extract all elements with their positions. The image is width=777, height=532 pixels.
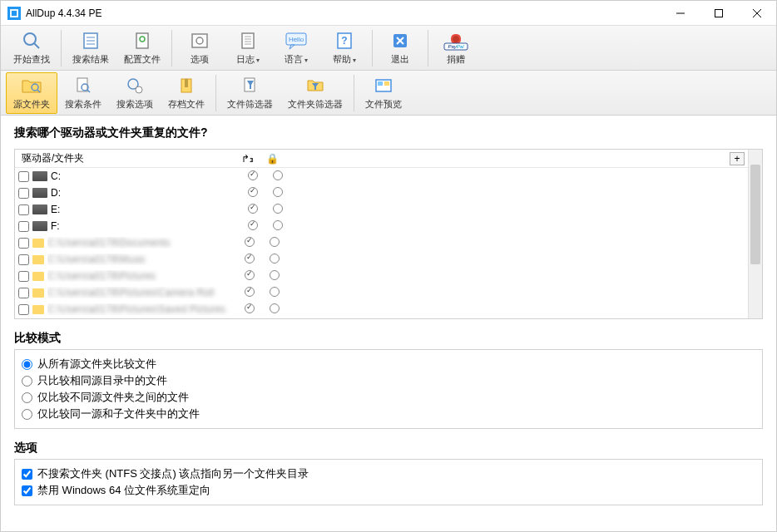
column-header-lock-icon[interactable]: 🔒 [260, 153, 285, 165]
checkbox-input[interactable] [22, 469, 32, 480]
hello-icon: Hello [285, 31, 308, 52]
svg-text:?: ? [341, 35, 347, 47]
row-name: C: [51, 170, 240, 182]
row-radio-1[interactable] [248, 170, 258, 180]
row-radio-1[interactable] [245, 254, 255, 264]
folder-row[interactable]: C:\Users\a0178\Pictures\Camera Roll [15, 284, 748, 301]
svg-line-34 [87, 90, 90, 92]
row-radio-1[interactable] [248, 187, 258, 197]
tab-folder-filter[interactable]: 文件夹筛选器 [280, 72, 350, 114]
folder-icon [32, 239, 44, 248]
exit-icon [390, 31, 410, 52]
tab-search-options[interactable]: 搜索选项 [109, 72, 161, 114]
row-checkbox[interactable] [18, 288, 29, 298]
folder-row[interactable]: C:\Users\a0178\Pictures [15, 268, 748, 284]
main-toolbar: 开始查找 搜索结果 配置文件 选项 日志▾ Hello 语言▾ ? 帮助▾ 退出… [1, 26, 776, 71]
radio-input[interactable] [22, 359, 32, 370]
compare-mode-box: 从所有源文件夹比较文件只比较相同源目录中的文件仅比较不同源文件夹之间的文件仅比较… [14, 349, 763, 429]
column-header-name[interactable]: 驱动器/文件夹 [18, 151, 235, 165]
row-name: E: [51, 204, 240, 215]
help-button[interactable]: ? 帮助▾ [320, 27, 369, 69]
row-radio-1[interactable] [245, 270, 255, 280]
start-search-button[interactable]: 开始查找 [6, 27, 57, 69]
minimize-button[interactable] [661, 1, 700, 26]
tab-search-criteria[interactable]: 搜索条件 [57, 72, 109, 114]
separator [171, 30, 172, 66]
results-icon [81, 31, 101, 52]
titlebar: AllDup 4.4.34 PE [1, 1, 776, 26]
scrollbar-thumb[interactable] [750, 165, 760, 264]
row-checkbox[interactable] [18, 304, 29, 315]
page-heading: 搜索哪个驱动器或文件夹重复的文件? [14, 126, 763, 140]
row-radio-1[interactable] [248, 204, 258, 214]
row-checkbox[interactable] [18, 188, 29, 199]
compare-mode-option[interactable]: 仅比较同一源和子文件夹中的文件 [22, 406, 755, 421]
folder-row[interactable]: D: [15, 185, 748, 201]
row-radio-2[interactable] [270, 270, 280, 280]
search-results-button[interactable]: 搜索结果 [65, 27, 116, 69]
checkbox-input[interactable] [22, 485, 32, 496]
row-name: C:\Users\a0178\Documents [47, 237, 237, 249]
close-button[interactable] [738, 1, 776, 26]
folder-row[interactable]: C:\Users\a0178\Music [15, 251, 748, 268]
row-radio-2[interactable] [273, 187, 283, 197]
row-checkbox[interactable] [18, 171, 29, 182]
row-checkbox[interactable] [18, 204, 29, 215]
folder-table-header: 驱动器/文件夹 ↱₃ 🔒 + [15, 150, 748, 168]
folder-list: C:D:E:F:C:\Users\a0178\DocumentsC:\Users… [15, 168, 748, 318]
svg-point-37 [136, 86, 142, 93]
row-radio-2[interactable] [270, 254, 280, 264]
separator [372, 30, 373, 66]
row-checkbox[interactable] [18, 238, 29, 249]
radio-input[interactable] [22, 376, 32, 387]
row-checkbox[interactable] [18, 254, 29, 265]
log-button[interactable]: 日志▾ [224, 27, 272, 69]
row-radio-1[interactable] [245, 287, 255, 297]
row-radio-2[interactable] [270, 287, 280, 297]
row-radio-2[interactable] [270, 237, 280, 247]
svg-rect-39 [185, 79, 188, 87]
tab-archive-files[interactable]: 存档文件 [161, 72, 212, 114]
folder-row[interactable]: C: [15, 168, 748, 185]
tab-file-preview[interactable]: 文件预览 [358, 72, 409, 114]
row-radio-1[interactable] [248, 220, 258, 230]
row-radio-2[interactable] [273, 220, 283, 230]
option-checkbox-row[interactable]: 禁用 Windows 64 位文件系统重定向 [22, 483, 755, 498]
row-checkbox[interactable] [18, 271, 29, 282]
language-button[interactable]: Hello 语言▾ [272, 27, 320, 69]
row-name: F: [51, 220, 240, 232]
option-checkbox-row[interactable]: 不搜索文件夹 (NTFS 交接点) 该点指向另一个文件夹目录 [22, 466, 755, 481]
vertical-scrollbar[interactable] [748, 150, 762, 318]
folder-icon [32, 272, 44, 281]
exit-button[interactable]: 退出 [376, 27, 424, 69]
compare-mode-option[interactable]: 从所有源文件夹比较文件 [22, 357, 755, 372]
donate-button[interactable]: PayPal 捐赠 [432, 27, 480, 69]
app-icon [7, 7, 21, 20]
tab-file-filter[interactable]: 文件筛选器 [220, 72, 280, 114]
radio-input[interactable] [22, 409, 32, 420]
row-name: C:\Users\a0178\Music [47, 254, 237, 265]
gear-icon [190, 31, 210, 52]
options-box: 不搜索文件夹 (NTFS 交接点) 该点指向另一个文件夹目录禁用 Windows… [14, 459, 763, 505]
row-radio-1[interactable] [245, 303, 255, 313]
row-checkbox[interactable] [18, 221, 29, 232]
radio-input[interactable] [22, 392, 32, 403]
compare-mode-option[interactable]: 只比较相同源目录中的文件 [22, 373, 755, 388]
row-radio-2[interactable] [273, 204, 283, 214]
folder-row[interactable]: C:\Users\a0178\Documents [15, 234, 748, 251]
row-radio-2[interactable] [273, 170, 283, 180]
row-radio-1[interactable] [245, 237, 255, 247]
column-header-tree-icon[interactable]: ↱₃ [235, 153, 260, 165]
window-title: AllDup 4.4.34 PE [26, 7, 661, 19]
add-folder-button[interactable]: + [730, 152, 745, 165]
compare-mode-option[interactable]: 仅比较不同源文件夹之间的文件 [22, 390, 755, 405]
profiles-button[interactable]: 配置文件 [116, 27, 168, 69]
folder-row[interactable]: E: [15, 201, 748, 218]
folder-row[interactable]: F: [15, 218, 748, 234]
options-button[interactable]: 选项 [176, 27, 224, 69]
tab-source-folders[interactable]: 源文件夹 [6, 72, 57, 114]
svg-rect-43 [384, 81, 389, 86]
maximize-button[interactable] [700, 1, 738, 26]
folder-row[interactable]: C:\Users\a0178\Pictures\Saved Pictures [15, 301, 748, 318]
row-radio-2[interactable] [270, 303, 280, 313]
